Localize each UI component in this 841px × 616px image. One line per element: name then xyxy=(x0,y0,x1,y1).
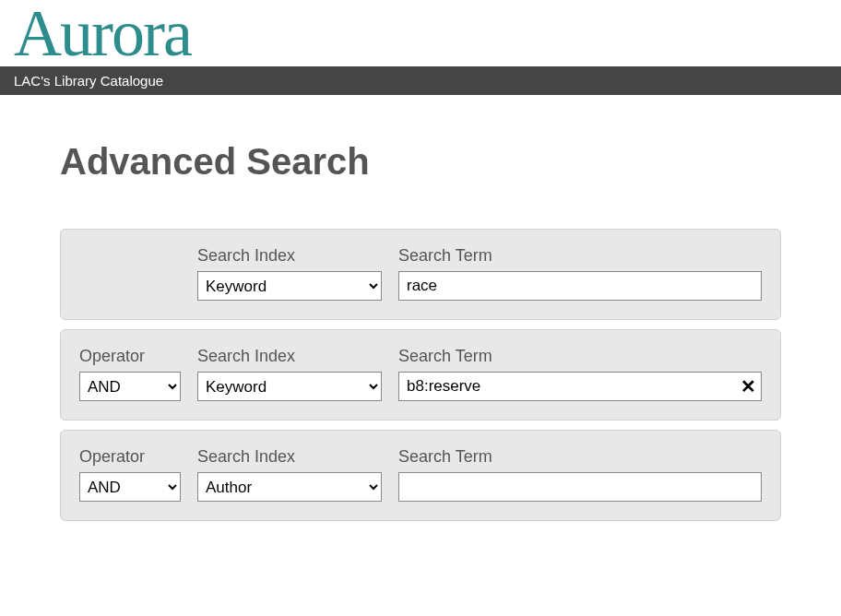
operator-select[interactable]: AND xyxy=(79,372,181,401)
search-row: Operator AND Search Index Author Search … xyxy=(60,430,781,521)
search-term-label: Search Term xyxy=(398,347,762,366)
main-content: Advanced Search Search Index Keyword Sea… xyxy=(0,95,841,576)
search-index-group: Search Index Keyword xyxy=(197,347,382,401)
search-row: Operator AND Search Index Keyword Search… xyxy=(60,329,781,421)
term-input-wrapper: ✕ xyxy=(398,372,762,401)
search-term-label: Search Term xyxy=(398,246,762,266)
search-row: Search Index Keyword Search Term xyxy=(60,229,781,320)
search-index-group: Search Index Author xyxy=(197,447,382,502)
operator-select[interactable]: AND xyxy=(79,472,181,502)
header-bar: LAC's Library Catalogue xyxy=(0,66,841,95)
clear-icon[interactable]: ✕ xyxy=(740,377,756,396)
search-term-group: Search Term ✕ xyxy=(398,347,762,401)
term-input-wrapper xyxy=(398,271,762,301)
search-term-group: Search Term xyxy=(398,447,762,502)
brand-logo: Aurora xyxy=(14,0,827,66)
search-index-select[interactable]: Keyword xyxy=(197,271,382,301)
search-index-label: Search Index xyxy=(197,347,382,366)
operator-label: Operator xyxy=(79,347,181,366)
search-term-input[interactable] xyxy=(398,372,762,401)
operator-label: Operator xyxy=(79,447,181,467)
search-term-group: Search Term xyxy=(398,246,762,301)
search-term-label: Search Term xyxy=(398,447,762,467)
search-index-label: Search Index xyxy=(197,246,382,266)
search-index-select[interactable]: Keyword xyxy=(197,372,382,401)
search-term-input[interactable] xyxy=(398,271,762,301)
search-index-group: Search Index Keyword xyxy=(197,246,382,301)
operator-group: Operator AND xyxy=(79,347,181,401)
search-index-select[interactable]: Author xyxy=(197,472,382,502)
term-input-wrapper xyxy=(398,472,762,502)
search-term-input[interactable] xyxy=(398,472,762,502)
page-title: Advanced Search xyxy=(60,141,781,183)
header-subtitle: LAC's Library Catalogue xyxy=(14,73,163,89)
search-index-label: Search Index xyxy=(197,447,382,467)
logo-container: Aurora xyxy=(0,0,841,66)
operator-group: Operator AND xyxy=(79,447,181,502)
